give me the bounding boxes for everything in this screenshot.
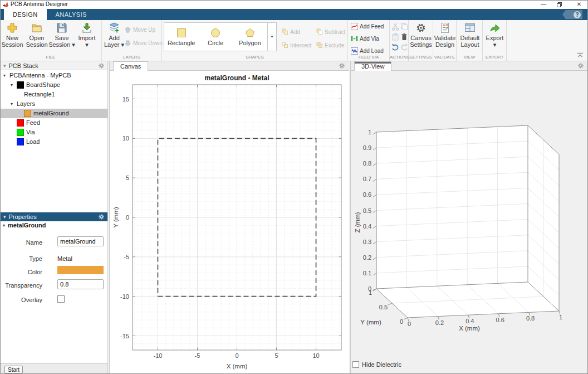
- cut-button[interactable]: [391, 23, 399, 31]
- properties-header[interactable]: ▾ Properties: [0, 212, 107, 221]
- svg-text:1: 1: [559, 314, 562, 320]
- transparency-field[interactable]: [57, 279, 104, 289]
- tree-item-feed[interactable]: Feed: [0, 118, 107, 128]
- overlay-checkbox[interactable]: [57, 295, 65, 303]
- default-layout-icon: [464, 22, 476, 33]
- svg-text:5: 5: [275, 352, 278, 359]
- add-via-button[interactable]: Add Via: [351, 33, 379, 43]
- restore-button[interactable]: [557, 1, 566, 8]
- svg-text:0.8: 0.8: [363, 160, 371, 167]
- exclude-button[interactable]: Exclude: [316, 40, 345, 50]
- svg-text:10: 10: [122, 135, 129, 142]
- tree-item-rectangle1[interactable]: Rectangle1: [0, 90, 107, 99]
- svg-text:-10: -10: [154, 352, 163, 359]
- properties-title: Properties: [9, 213, 37, 220]
- expander-icon[interactable]: ▾: [11, 80, 17, 90]
- canvas-settings-button[interactable]: Canvas Settings: [409, 22, 433, 48]
- validate-design-button[interactable]: Validate Design: [433, 22, 457, 48]
- layer-color-swatch: [17, 138, 24, 145]
- circle-button[interactable]: Circle: [198, 23, 232, 51]
- hide-dielectric-checkbox[interactable]: [352, 361, 359, 368]
- add-layer-button[interactable]: Add Layer ▾: [103, 22, 125, 48]
- properties-group-row[interactable]: ▾ metalGround: [3, 222, 46, 229]
- pcb-stack-title: PCB Stack: [9, 62, 38, 69]
- expander-icon[interactable]: ▾: [11, 99, 17, 109]
- svg-text:0.7: 0.7: [363, 176, 371, 182]
- svg-text:X (mm): X (mm): [227, 363, 248, 370]
- polygon-button[interactable]: Polygon: [233, 23, 267, 51]
- tree-item-pcbantenna-mypcb[interactable]: ▾PCBAntenna - MyPCB: [0, 71, 107, 80]
- svg-text:0.1: 0.1: [363, 270, 371, 276]
- rectangle-button[interactable]: Rectangle: [164, 23, 198, 51]
- start-button[interactable]: Start: [4, 366, 23, 373]
- validate-design-icon: [439, 22, 450, 33]
- section-shapes: Rectangle Circle Polygon ▼ Add Intersect…: [162, 20, 348, 61]
- canvas-panel: Canvas -10-50510-15-10-5051015metalGroun…: [110, 61, 349, 374]
- subtract-button[interactable]: Subtract: [316, 27, 345, 37]
- hide-dielectric-label: Hide Dielectric: [362, 361, 401, 368]
- expander-icon[interactable]: ▾: [3, 71, 9, 80]
- canvas-settings-icon: [415, 22, 427, 33]
- shapes-gallery-dropdown[interactable]: ▼: [267, 23, 276, 51]
- paste-button[interactable]: [391, 33, 399, 41]
- tree-item-metalground[interactable]: metalGround: [0, 109, 107, 118]
- hide-dielectric-row: Hide Dielectric: [352, 361, 401, 368]
- view-3d-plot[interactable]: 00.10.20.30.40.50.60.70.80.9100.5100.20.…: [351, 71, 588, 374]
- import-button[interactable]: Import ▾: [76, 22, 98, 48]
- svg-text:0: 0: [408, 320, 411, 327]
- section-validate: Validate Design VALIDATE: [433, 20, 457, 61]
- undo-button[interactable]: [391, 43, 399, 51]
- tree-item-label: Layers: [17, 99, 35, 109]
- name-field[interactable]: [57, 236, 104, 246]
- move-up-button[interactable]: Move Up: [124, 25, 155, 35]
- collapse-ribbon-button[interactable]: [577, 52, 584, 58]
- svg-text:0.9: 0.9: [363, 144, 371, 151]
- section-feed-via: Add Feed Add Via Add Load FEED VIA: [348, 20, 390, 61]
- tree-item-label: Feed: [26, 118, 40, 128]
- tree-item-label: PCBAntenna - MyPCB: [9, 71, 71, 80]
- app-icon: [3, 2, 8, 7]
- canvas-tab-gear-icon[interactable]: [339, 63, 345, 69]
- close-button[interactable]: ✕: [575, 1, 584, 8]
- new-session-icon: [7, 22, 18, 33]
- add-shape-button[interactable]: Add: [282, 27, 300, 37]
- delete-button[interactable]: [400, 33, 408, 41]
- export-button[interactable]: Export ▾: [483, 22, 506, 48]
- svg-text:0.6: 0.6: [496, 317, 504, 323]
- minimize-button[interactable]: —: [539, 1, 548, 8]
- tab-design[interactable]: DESIGN: [4, 9, 47, 20]
- canvas-2d-plot[interactable]: -10-50510-15-10-5051015metalGround - Met…: [110, 71, 349, 374]
- save-session-button[interactable]: Save Session ▾: [48, 22, 76, 48]
- svg-text:-10: -10: [120, 293, 129, 300]
- view3d-tab-gear-icon[interactable]: [578, 63, 584, 69]
- pcb-stack-gear-icon[interactable]: [99, 63, 104, 69]
- collapse-icon[interactable]: ▾: [3, 63, 6, 69]
- open-session-button[interactable]: Open Session: [24, 22, 49, 48]
- svg-text:0.4: 0.4: [363, 223, 371, 230]
- tab-3d-view[interactable]: 3D-View: [354, 61, 391, 71]
- copy-button[interactable]: [400, 23, 408, 31]
- tab-analysis[interactable]: ANALYSIS: [47, 9, 96, 20]
- collapse-icon[interactable]: ▾: [3, 214, 6, 220]
- help-button[interactable]: ?: [562, 10, 582, 19]
- tree-item-boardshape[interactable]: ▾BoardShape: [0, 80, 107, 90]
- undo-icon: [391, 43, 399, 51]
- color-swatch-button[interactable]: [57, 266, 104, 274]
- window-title: PCB Antenna Designer: [11, 1, 68, 7]
- intersect-button[interactable]: Intersect: [282, 40, 311, 50]
- tree-item-load[interactable]: Load: [0, 137, 107, 147]
- tree-item-label: BoardShape: [26, 80, 60, 90]
- tab-canvas[interactable]: Canvas: [113, 61, 148, 71]
- tree-item-layers[interactable]: ▾Layers: [0, 99, 107, 109]
- add-feed-button[interactable]: Add Feed: [351, 21, 384, 31]
- pcb-stack-header[interactable]: ▾ PCB Stack: [0, 61, 107, 70]
- default-layout-button[interactable]: Default Layout: [458, 22, 482, 48]
- move-down-button[interactable]: Move Down: [124, 38, 163, 48]
- new-session-button[interactable]: New Session: [0, 22, 24, 48]
- redo-button[interactable]: [400, 43, 408, 51]
- shapes-gallery: Rectangle Circle Polygon ▼: [164, 22, 277, 51]
- properties-gear-icon[interactable]: [99, 214, 104, 220]
- add-shape-icon: [282, 28, 288, 35]
- overlay-label: Overlay: [0, 297, 42, 303]
- tree-item-via[interactable]: Via: [0, 128, 107, 137]
